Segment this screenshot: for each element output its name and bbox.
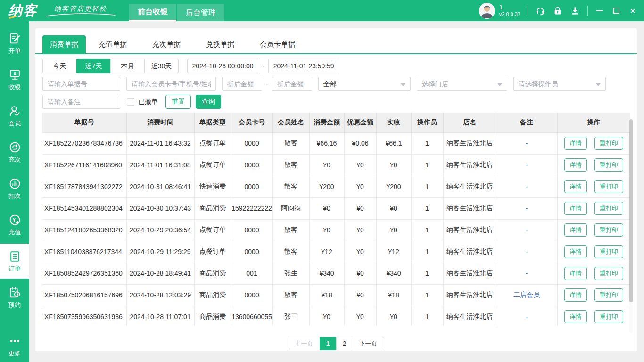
detail-button[interactable]: 详情: [564, 158, 587, 172]
reset-button[interactable]: 重置: [165, 95, 191, 109]
sidebar-item-label: 充次: [8, 156, 21, 164]
detail-button[interactable]: 详情: [564, 223, 587, 237]
table-scrollbar[interactable]: [629, 119, 633, 333]
detail-button[interactable]: 详情: [564, 310, 587, 323]
reprint-button[interactable]: 重打印: [594, 267, 623, 280]
store-cell: 纳客生活淮北店: [443, 241, 496, 263]
detail-button[interactable]: 详情: [564, 267, 587, 280]
member-search-input[interactable]: [126, 77, 216, 91]
sidebar-item-deduct-times[interactable]: 扣次: [0, 171, 29, 206]
remark-cell[interactable]: -: [496, 197, 557, 219]
table-row: XF1850750206816157696 2024-10-28 12:03:2…: [42, 284, 630, 306]
download-icon[interactable]: [570, 6, 580, 16]
lock-icon[interactable]: [553, 6, 563, 16]
sidebar-item-orders[interactable]: 订单: [0, 244, 29, 279]
sidebar-item-recharge-times[interactable]: 充次: [0, 135, 29, 170]
deduct-times-icon: [8, 177, 21, 190]
paid-cell: ¥200: [376, 176, 411, 197]
amount-range-separator: -: [266, 80, 268, 88]
detail-button[interactable]: 详情: [564, 202, 587, 215]
cancelled-checkbox[interactable]: [127, 98, 134, 106]
range-today-button[interactable]: 今天: [42, 59, 77, 73]
type-cell: 快速消费: [194, 176, 231, 197]
reprint-button[interactable]: 重打印: [594, 137, 623, 150]
page-1-button[interactable]: 1: [320, 337, 337, 350]
store-cell: 纳客生活淮北店: [443, 176, 496, 197]
minimize-button[interactable]: [595, 6, 604, 16]
operator-select[interactable]: 请选择操作员: [513, 77, 606, 91]
date-to-input[interactable]: [268, 59, 339, 73]
detail-button[interactable]: 详情: [564, 288, 587, 302]
amount-min-input[interactable]: [222, 77, 262, 91]
order-no-cell: XF1851104038876217344: [42, 241, 126, 263]
remark-input[interactable]: [42, 95, 120, 109]
nav-tab-front-cashier[interactable]: 前台收银: [129, 4, 176, 21]
time-cell: 2024-10-29 11:29:29: [126, 241, 194, 263]
table-row: XF1852267116141608960 2024-11-01 16:31:0…: [42, 154, 630, 176]
card-cell: 13600660055: [231, 306, 272, 326]
order-no-input[interactable]: [42, 77, 120, 91]
sidebar-item-booking[interactable]: 预约: [0, 280, 29, 315]
prev-page-button[interactable]: 上一页: [289, 337, 320, 350]
booking-icon: [8, 286, 21, 299]
nav-tab-backend[interactable]: 后台管理: [177, 4, 224, 21]
scrollbar-thumb[interactable]: [629, 119, 633, 302]
tab-consume-orders[interactable]: 消费单据: [42, 35, 86, 53]
detail-button[interactable]: 详情: [564, 245, 587, 258]
amount-max-input[interactable]: [272, 77, 312, 91]
tab-recharge-orders[interactable]: 充值单据: [99, 35, 127, 53]
close-button[interactable]: ×: [628, 6, 637, 16]
sidebar-item-bill[interactable]: 开单: [0, 26, 29, 61]
detail-button[interactable]: 详情: [564, 137, 587, 150]
store-select[interactable]: 选择门店: [417, 77, 507, 91]
order-type-select[interactable]: 全部: [318, 77, 411, 91]
name-cell: 阿闷闷: [272, 197, 309, 219]
reprint-button[interactable]: 重打印: [594, 180, 623, 193]
remark-cell[interactable]: -: [496, 132, 557, 154]
avatar[interactable]: [479, 3, 495, 19]
user-meta: 1 v2.0.0.37: [499, 3, 520, 18]
remark-cell[interactable]: -: [496, 219, 557, 241]
actions-cell: 详情 重打印: [557, 132, 630, 154]
sidebar-item-recharge[interactable]: ¥ 充值: [0, 207, 29, 242]
reprint-button[interactable]: 重打印: [594, 202, 623, 215]
remark-cell[interactable]: -: [496, 176, 557, 197]
col-remark: 备注: [496, 113, 557, 132]
remark-cell[interactable]: 二店会员: [496, 284, 557, 306]
sidebar-item-member[interactable]: 会员: [0, 99, 29, 133]
reprint-button[interactable]: 重打印: [594, 223, 623, 237]
next-page-button[interactable]: 下一页: [353, 337, 384, 350]
remark-cell[interactable]: -: [496, 241, 557, 263]
maximize-button[interactable]: [611, 6, 621, 16]
brand-slogan: 纳客管店更轻松: [54, 5, 107, 13]
range-30days-button[interactable]: 近30天: [144, 59, 179, 73]
order-no-cell: XF1850750206816157696: [42, 284, 126, 306]
reprint-button[interactable]: 重打印: [594, 310, 623, 323]
actions-cell: 详情 重打印: [557, 284, 630, 306]
orders-table: 单据号 消费时间 单据类型 会员卡号 会员姓名 消费金额 优惠金额 实收 操作员…: [42, 113, 630, 326]
tab-exchange-orders[interactable]: 兑换单据: [206, 35, 234, 53]
reprint-button[interactable]: 重打印: [594, 158, 623, 172]
detail-button[interactable]: 详情: [564, 180, 587, 193]
time-cell: 2024-10-28 12:03:29: [126, 284, 194, 306]
range-7days-button[interactable]: 近7天: [76, 59, 111, 73]
reprint-button[interactable]: 重打印: [594, 288, 623, 302]
tab-recharge-times-orders[interactable]: 充次单据: [152, 35, 181, 53]
tab-member-card-orders[interactable]: 会员卡单据: [260, 35, 295, 53]
query-button[interactable]: 查询: [196, 95, 221, 109]
sidebar-item-cashier[interactable]: ¥ 收银: [0, 62, 29, 97]
reprint-button[interactable]: 重打印: [594, 245, 623, 258]
sidebar-item-label: 更多: [8, 349, 21, 358]
page-2-button[interactable]: 2: [336, 337, 353, 350]
remark-cell[interactable]: -: [496, 154, 557, 176]
type-cell: 点餐订单: [194, 132, 231, 154]
table-header-row: 单据号 消费时间 单据类型 会员卡号 会员姓名 消费金额 优惠金额 实收 操作员…: [42, 113, 630, 132]
remark-cell[interactable]: -: [496, 263, 557, 284]
order-no-cell: XF1851453401288802304: [42, 197, 126, 219]
range-month-button[interactable]: 本月: [110, 59, 145, 73]
date-from-input[interactable]: [187, 59, 258, 73]
support-icon[interactable]: [535, 6, 545, 16]
paid-cell: ¥0: [376, 197, 411, 219]
sidebar-item-more[interactable]: 更多: [0, 332, 29, 360]
remark-cell[interactable]: -: [496, 306, 557, 326]
